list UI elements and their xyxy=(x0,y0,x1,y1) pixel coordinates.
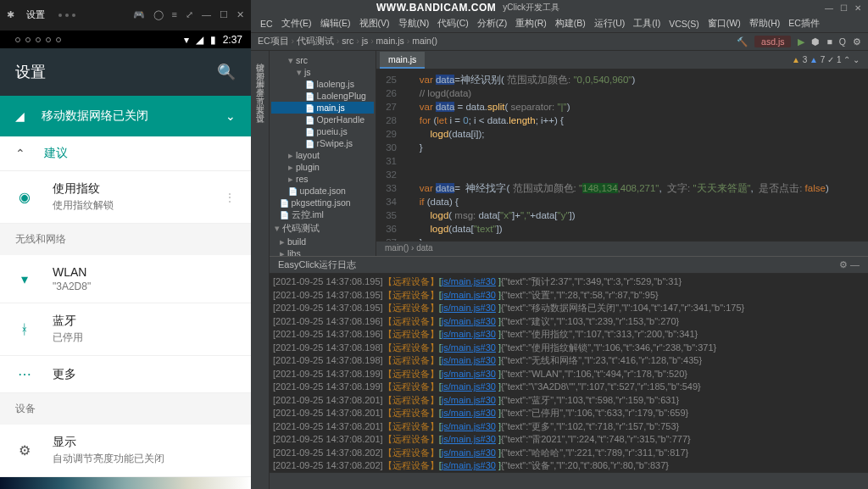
minimize-icon[interactable]: — xyxy=(202,9,211,20)
gutter-button[interactable]: 节点 xyxy=(254,90,266,92)
tree-node[interactable]: 云控.iml xyxy=(271,208,374,222)
log-link[interactable]: js/main.js#30 xyxy=(442,460,496,470)
tree-node[interactable]: src xyxy=(271,54,374,66)
stop-icon[interactable]: ■ xyxy=(826,36,832,47)
tree-node[interactable]: build xyxy=(271,236,374,247)
breadcrumb-seg[interactable]: src xyxy=(342,36,353,46)
menu-item[interactable]: 运行(U) xyxy=(592,16,628,31)
log-link[interactable]: js/main.js#30 xyxy=(442,276,496,286)
log-link[interactable]: js/main.js#30 xyxy=(442,303,496,313)
tree-node[interactable]: update.json xyxy=(271,185,374,197)
menu-item[interactable]: 文件(E) xyxy=(279,16,314,31)
gutter-button[interactable]: 设置 xyxy=(254,107,266,108)
close-icon[interactable]: ✕ xyxy=(854,3,861,13)
code-area[interactable]: var data=神经识别( 范围或加颜色: "0,0,540,960") //… xyxy=(402,69,868,241)
menu-item[interactable]: 分析(Z) xyxy=(475,16,509,31)
gutter-button[interactable]: 全屏 xyxy=(254,81,266,83)
tree-node[interactable]: laoleng.js xyxy=(271,78,374,90)
menu-item[interactable]: 窗口(W) xyxy=(705,16,743,31)
menu-item[interactable]: 导航(N) xyxy=(396,16,432,31)
menu-item[interactable]: 编辑(E) xyxy=(318,16,353,31)
log-link[interactable]: js/main.js#30 xyxy=(442,434,496,444)
menu-item[interactable]: 构建(B) xyxy=(553,16,588,31)
section-network: 无线和网络 xyxy=(0,224,251,255)
menu-item[interactable]: 工具(I) xyxy=(631,16,663,31)
gutter-button[interactable]: 安装 xyxy=(254,98,266,100)
gutter-button[interactable]: 按键 xyxy=(254,56,266,58)
tree-node[interactable]: pkgsetting.json xyxy=(271,197,374,208)
breadcrumb-seg[interactable]: main() xyxy=(412,36,437,46)
maximize-icon[interactable]: ☐ xyxy=(840,3,848,13)
log-link[interactable]: js/main.js#30 xyxy=(442,421,496,431)
editor-tabs: main.js ▲ 3 ▲ 7 ✓ 1 ⌃ ⌄ xyxy=(376,51,868,69)
row-fingerprint[interactable]: ◉ 使用指纹 使用指纹解锁 ⋮ xyxy=(0,171,251,224)
menu-item[interactable]: EC xyxy=(258,17,275,31)
search-icon[interactable]: 🔍 xyxy=(217,63,236,81)
user-icon[interactable]: ◯ xyxy=(153,9,164,20)
menu-item[interactable]: 帮助(H) xyxy=(747,16,783,31)
row-bluetooth[interactable]: ᚼ 蓝牙 已停用 xyxy=(0,303,251,356)
breadcrumb-seg[interactable]: 代码测试 xyxy=(297,36,334,46)
tree-node[interactable]: js xyxy=(271,66,374,78)
log-link[interactable]: js/main.js#30 xyxy=(442,447,496,458)
maximize-icon[interactable]: ☐ xyxy=(220,9,228,20)
log-link[interactable]: js/main.js#30 xyxy=(442,355,496,365)
emulator-tab-title[interactable]: 设置 xyxy=(26,8,45,21)
row-more[interactable]: ⋯ 更多 xyxy=(0,356,251,393)
hammer-icon[interactable]: 🔨 xyxy=(737,36,748,47)
tree-node[interactable]: 代码测试 xyxy=(271,222,374,236)
log-link[interactable]: js/main.js#30 xyxy=(442,369,496,379)
tree-node[interactable]: rSwipe.js xyxy=(271,137,374,149)
menu-item[interactable]: 重构(R) xyxy=(513,16,549,31)
breadcrumb-seg[interactable]: main.js xyxy=(376,36,404,46)
log-link[interactable]: js/main.js#30 xyxy=(442,381,496,392)
search-icon[interactable]: Q xyxy=(839,36,846,47)
tree-node[interactable]: layout xyxy=(271,149,374,161)
tree-node[interactable]: libs xyxy=(271,247,374,256)
menu-item[interactable]: EC插件 xyxy=(786,16,822,31)
row-title: 更多 xyxy=(53,367,76,382)
row-sub: 已停用 xyxy=(53,331,83,345)
suggestion-header[interactable]: ⌃ 建议 xyxy=(0,136,251,172)
gamepad-icon[interactable]: 🎮 xyxy=(133,9,145,20)
row-wlan[interactable]: ▾ WLAN "3A2D8" xyxy=(0,255,251,303)
log-link[interactable]: js/main.js#30 xyxy=(442,316,496,326)
project-tree[interactable]: srcjslaoleng.jsLaolengPlugmain.jsOperHan… xyxy=(270,51,376,256)
debug-icon[interactable]: ⬢ xyxy=(811,36,820,47)
breadcrumb-bar[interactable]: main() › data xyxy=(376,241,868,256)
tree-node[interactable]: pueiu.js xyxy=(271,125,374,137)
tree-node[interactable]: LaolengPlug xyxy=(271,90,374,102)
chevron-down-icon[interactable]: ⌄ xyxy=(225,109,236,123)
gutter-button[interactable]: 加密 xyxy=(254,64,266,66)
gear-icon[interactable]: ⚙ — xyxy=(839,259,860,270)
code-editor[interactable]: 25262728293031323334353637383940 var dat… xyxy=(376,69,868,241)
run-button[interactable]: ▶ xyxy=(798,36,804,47)
tree-node[interactable]: main.js xyxy=(271,102,374,114)
row-display[interactable]: ⚙ 显示 自动调节亮度功能已关闭 xyxy=(0,425,251,477)
minimize-icon[interactable]: — xyxy=(825,3,833,13)
gear-icon[interactable]: ⚙ xyxy=(853,36,861,47)
inspection-widget[interactable]: ▲ 3 ▲ 7 ✓ 1 ⌃ ⌄ xyxy=(792,55,868,64)
log-link[interactable]: js/main.js#30 xyxy=(442,342,496,353)
data-off-banner[interactable]: ◢ 移动数据网络已关闭 ⌄ xyxy=(0,96,251,136)
log-link[interactable]: js/main.js#30 xyxy=(442,290,496,300)
log-link[interactable]: js/main.js#30 xyxy=(442,395,496,405)
tab-mainjs[interactable]: main.js xyxy=(380,52,425,69)
close-icon[interactable]: ✕ xyxy=(236,9,244,20)
tree-node[interactable]: plugin xyxy=(271,161,374,173)
menu-item[interactable]: VCS(S) xyxy=(666,17,702,31)
tree-node[interactable]: res xyxy=(271,173,374,185)
run-config[interactable]: asd.js xyxy=(754,36,791,47)
breadcrumb-seg[interactable]: EC项目 xyxy=(258,36,289,46)
log-link[interactable]: js/main.js#30 xyxy=(442,329,496,339)
console-output[interactable]: [2021-09-25 14:37:08.195]【远程设备】[js/main.… xyxy=(270,274,868,472)
breadcrumb-seg[interactable]: js xyxy=(362,36,369,46)
gutter-button[interactable]: 脚本 xyxy=(254,73,266,75)
menu-icon[interactable]: ≡ xyxy=(172,9,177,20)
menu-item[interactable]: 代码(C) xyxy=(435,16,471,31)
menu-item[interactable]: 视图(V) xyxy=(357,16,392,31)
tree-node[interactable]: OperHandle xyxy=(271,114,374,125)
more-icon[interactable]: ⋮ xyxy=(224,191,236,204)
shrink-icon[interactable]: ⤢ xyxy=(186,9,193,20)
log-link[interactable]: js/main.js#30 xyxy=(442,408,496,418)
